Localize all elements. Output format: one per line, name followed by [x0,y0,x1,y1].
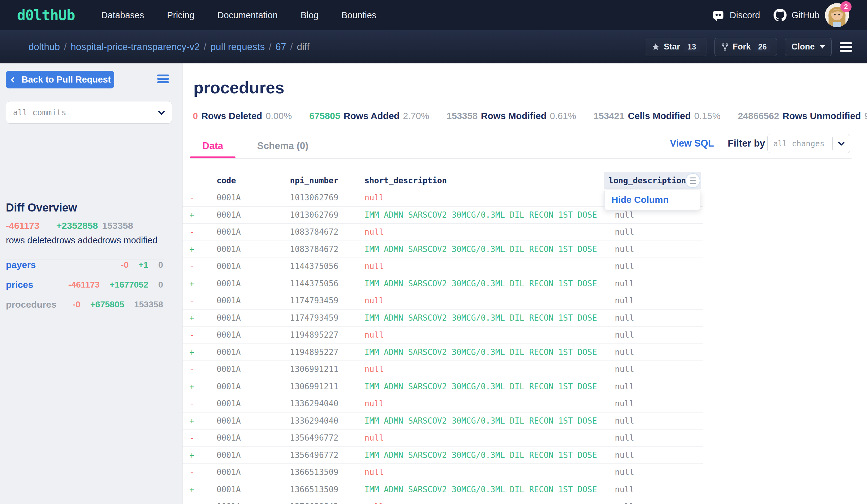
sidebar-hamburger-icon[interactable] [157,75,169,83]
top-navbar: d0lthUb DatabasesPricingDocumentationBlo… [0,0,867,30]
column-menu-popup: Hide Column [604,189,700,210]
cell-short-description: IMM ADMN SARSCOV2 30MCG/0.3ML DIL RECON … [364,413,597,430]
cell-short-description: null [364,189,384,207]
table-row: + 0001A 1083784672 IMM ADMN SARSCOV2 30M… [183,241,703,258]
diff-table: code npi_number short_description long_d… [183,172,703,504]
navbar-link[interactable]: Blog [300,10,318,20]
cell-npi-number: 1013062769 [290,207,339,224]
stat-value: 24866562 [738,111,779,121]
table-name-link[interactable]: prices [6,280,58,290]
table-rows-modified: 0 [158,260,163,270]
cell-npi-number: 1013062769 [290,189,339,207]
cell-short-description: IMM ADMN SARSCOV2 30MCG/0.3ML DIL RECON … [364,241,597,258]
cell-long-description: null [615,361,634,378]
table-row: + 0001A 1174793459 IMM ADMN SARSCOV2 30M… [183,309,703,327]
cell-code: 0001A [217,481,241,498]
navbar-link[interactable]: Documentation [217,10,278,20]
cell-long-description: null [615,241,634,258]
diff-sign: + [189,378,194,395]
table-row: - 0001A 1356496772 null null [183,429,703,447]
view-sql-link[interactable]: View SQL [670,138,714,149]
diff-sign: + [189,207,194,224]
table-rows-added: +675805 [90,300,125,309]
github-icon [773,9,786,22]
diff-summary-item: -461173 rows deleted [6,220,57,245]
commits-select[interactable]: all commits [6,101,172,124]
star-label: Star [664,42,680,52]
user-avatar[interactable]: 2 [825,3,849,27]
diff-sign: + [189,344,194,361]
table-rows-deleted: -461173 [68,280,100,290]
table-row: - 0001A 1306991211 null null [183,361,703,378]
breadcrumb-item: / [269,42,272,53]
navbar-link[interactable]: Databases [101,10,144,20]
app: d0lthUb DatabasesPricingDocumentationBlo… [0,0,867,504]
star-button[interactable]: Star 13 [645,38,706,56]
navbar-link[interactable]: Pricing [167,10,195,20]
diff-stat: 24866562 Rows Unmodified 99.39% [738,111,867,121]
cell-code: 0001A [217,189,241,207]
cell-npi-number: 1356496772 [290,447,339,464]
menu-hamburger-icon[interactable] [840,42,852,52]
dolthub-logo[interactable]: d0lthUb [17,0,75,30]
diff-sign: + [189,481,194,498]
cell-short-description: IMM ADMN SARSCOV2 30MCG/0.3ML DIL RECON … [364,309,597,327]
stat-value: 0 [193,111,198,121]
filter-select[interactable]: all changes [767,134,850,153]
github-link[interactable]: GitHub [773,0,819,30]
cell-long-description: null [615,327,634,344]
breadcrumb-item: / [64,42,67,53]
cell-short-description: null [364,223,384,241]
diff-tabs: DataSchema (0) [190,133,330,158]
hide-column-item[interactable]: Hide Column [604,195,669,205]
cell-npi-number: 1306991211 [290,378,339,395]
breadcrumb-item[interactable]: pull requests [211,42,265,53]
breadcrumb-item[interactable]: 67 [275,42,286,53]
cell-code: 0001A [217,464,241,481]
stat-percent: 99.39% [864,111,867,121]
cell-long-description: null [615,413,634,430]
cell-long-description: null [615,429,634,447]
cell-code: 0001A [217,361,241,378]
table-row: + 0001A 1306991211 IMM ADMN SARSCOV2 30M… [183,378,703,395]
navbar-link[interactable]: Bounties [341,10,376,20]
clone-button[interactable]: Clone [785,38,832,56]
cell-short-description: null [364,292,384,309]
cell-short-description: null [364,258,384,275]
cell-long-description: null [615,395,634,413]
cell-long-description: null [615,223,634,241]
table-rows-added: +1677052 [109,280,148,290]
tab[interactable]: Schema (0) [245,133,321,158]
cell-long-description: null [615,258,634,275]
back-to-pull-request-button[interactable]: Back to Pull Request [6,71,114,88]
cell-short-description: null [364,361,384,378]
table-row: - 0001A 1366513509 null null [183,464,703,481]
cell-long-description: null [615,309,634,327]
cell-code: 0001A [217,309,241,327]
column-menu-button[interactable] [685,173,700,188]
cell-code: 0001A [217,429,241,447]
table-row: + 0001A 1356496772 IMM ADMN SARSCOV2 30M… [183,447,703,464]
cell-short-description: null [364,464,384,481]
tab[interactable]: Data [190,133,235,158]
cell-code: 0001A [217,223,241,241]
cell-code: 0001A [217,241,241,258]
discord-link[interactable]: Discord [712,0,760,30]
table-diff-row: prices -461173 +1677052 0 [6,275,163,295]
cell-code: 0001A [217,275,241,293]
breadcrumb-bar: dolthub/hospital-price-transparency-v2/p… [0,30,867,63]
stat-label: Cells Modified [628,111,691,121]
cell-short-description: null [364,429,384,447]
diff-summary-item: 153358 rows modified [102,220,158,245]
diff-sign: - [189,361,194,378]
diff-sign: + [189,447,194,464]
cell-short-description: IMM ADMN SARSCOV2 30MCG/0.3ML DIL RECON … [364,447,597,464]
breadcrumb-item[interactable]: hospital-price-transparency-v2 [71,42,200,53]
table-name-link[interactable]: payers [6,260,111,270]
breadcrumb-item[interactable]: dolthub [29,42,60,53]
cell-long-description: null [615,378,634,395]
table-name-link[interactable]: procedures [6,299,63,310]
stat-value: 153358 [447,111,478,121]
fork-button[interactable]: Fork 26 [715,38,777,56]
stat-value: 675805 [309,111,340,121]
